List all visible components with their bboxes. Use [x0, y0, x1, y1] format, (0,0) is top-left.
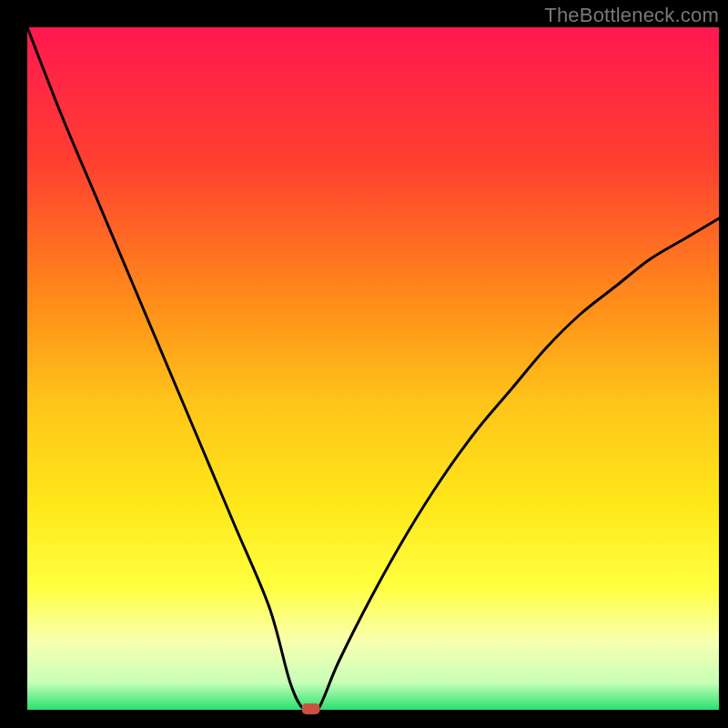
watermark-text: TheBottleneck.com	[544, 4, 719, 27]
bottleneck-chart	[0, 0, 728, 728]
optimum-marker	[302, 703, 320, 714]
chart-gradient-bg	[27, 27, 719, 710]
